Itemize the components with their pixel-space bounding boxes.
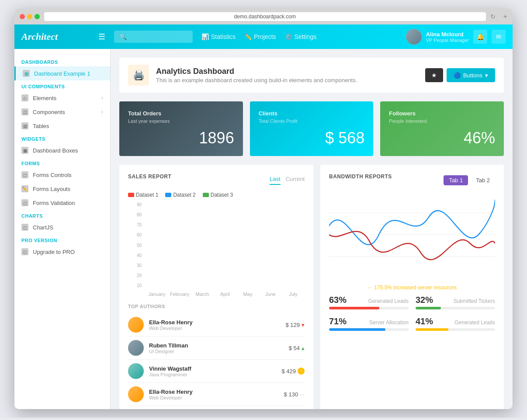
author-avatar-3 (128, 363, 144, 379)
user-name: Alina Mclourd (426, 31, 469, 38)
search-input[interactable] (114, 31, 193, 43)
legend-dataset2: Dataset 2 (165, 192, 195, 198)
sidebar-item-chartjs[interactable]: ◻ ChartJS (14, 220, 110, 234)
legend-label-2: Dataset 2 (173, 192, 195, 198)
minimize-dot[interactable] (27, 14, 32, 19)
user-info: Alina Mclourd VP People Manager (426, 31, 469, 43)
widgets-icon: ▦ (21, 147, 28, 154)
metric-value-4: 41% (416, 316, 433, 326)
page-header-icon: 🖨️ (128, 65, 149, 86)
sidebar-label-components: Components (33, 109, 97, 115)
nav-item-settings[interactable]: ⚙️ Settings (285, 33, 317, 40)
metric-value-3: 71% (329, 316, 347, 326)
sales-report-card: SALES REPORT Last Current Dataset 1 (119, 165, 313, 409)
brand-logo: Architect (21, 31, 91, 42)
forms-controls-icon: ◻ (21, 171, 28, 178)
legend-dot-1 (128, 193, 134, 197)
top-navbar: Architect ☰ 📊 Statistics ✏️ Projects ⚙️ … (14, 24, 513, 49)
browser-window: demo.dashboardpack.com ↻ + Architect ☰ 📊… (14, 9, 513, 409)
sidebar-item-forms-validation[interactable]: ◻ Forms Validation (14, 196, 110, 210)
arrow-icon-2: › (101, 109, 103, 115)
author-role-3: Java Programmer (149, 372, 276, 377)
stat-card-orders-sublabel: Last year expenses (128, 118, 234, 124)
close-dot[interactable] (20, 14, 25, 19)
mail-button[interactable]: ✉ (492, 30, 506, 44)
address-bar[interactable]: demo.dashboardpack.com (44, 12, 486, 21)
buttons-icon: 🔵 (454, 72, 461, 79)
metric-bar-1 (329, 307, 409, 309)
amount-value-3: $ 429 (281, 368, 296, 375)
metric-label-2: Submitted Tickers (454, 298, 495, 304)
metrics-grid: 63% Generated Leads 32% Submi (329, 295, 495, 331)
legend-label-3: Dataset 3 (211, 192, 233, 198)
bandwidth-report-card: BANDWIDTH REPORTS Tab 1 Tab 2 (320, 165, 504, 409)
author-amount-1: $ 129 ▾ (285, 322, 305, 328)
bw-tab-1[interactable]: Tab 1 (444, 175, 468, 185)
metric-fill-1 (329, 307, 379, 309)
sidebar-item-elements[interactable]: ◇ Elements › (14, 91, 110, 105)
statistics-icon: 📊 (201, 33, 209, 40)
tab-current[interactable]: Current (286, 176, 305, 185)
x-label-mar: March (191, 292, 214, 297)
x-label-feb: February (168, 292, 191, 297)
x-label-may: May (236, 292, 259, 297)
more-icon: ··· (300, 391, 305, 398)
author-info-3: Vinnie Wagstaff Java Programmer (149, 365, 276, 377)
author-name-2: Ruben Tillman (149, 342, 284, 349)
author-info-1: Ella-Rose Henry Web Developer (149, 319, 280, 331)
star-button[interactable]: ★ (425, 68, 443, 82)
tables-icon: ▤ (21, 122, 28, 129)
new-tab-icon[interactable]: + (503, 13, 507, 21)
page-header-actions: ★ 🔵 Buttons ▾ (425, 68, 495, 82)
sidebar-section-ui-components: UI COMPONENTS (14, 80, 110, 91)
sidebar-item-components[interactable]: ◫ Components › (14, 105, 110, 119)
components-icon: ◫ (21, 108, 28, 115)
avatar (406, 29, 422, 45)
metric-fill-2 (416, 307, 441, 309)
sidebar-label-forms-controls: Forms Controls (33, 172, 103, 178)
chartjs-icon: ◻ (21, 224, 28, 231)
hamburger-icon[interactable]: ☰ (98, 32, 105, 42)
projects-icon: ✏️ (244, 33, 252, 40)
author-item-1: Ella-Rose Henry Web Developer $ 129 ▾ (128, 313, 305, 337)
dashboard-icon: ▦ (23, 70, 30, 77)
refresh-icon[interactable]: ↻ (490, 13, 496, 20)
legend-dataset3: Dataset 3 (203, 192, 233, 198)
trend-up-icon: ▴ (302, 345, 305, 351)
sidebar-section-pro: PRO VERSION (14, 234, 110, 245)
x-labels: January February March April May June Ju… (128, 292, 305, 297)
page-header-text: Analytics Dashboard This is an example d… (156, 67, 357, 83)
bar-chart-wrapper: 90 80 70 60 50 40 30 20 10 (128, 202, 305, 297)
bw-tab-2[interactable]: Tab 2 (471, 175, 495, 185)
maximize-dot[interactable] (35, 14, 40, 19)
sidebar-section-charts: CHARTS (14, 210, 110, 220)
sidebar-item-tables[interactable]: ▤ Tables (14, 119, 110, 133)
sidebar-label-forms-layouts: Forms Layouts (33, 186, 103, 192)
notification-button[interactable]: 🔔 (473, 30, 487, 44)
legend-label-1: Dataset 1 (136, 192, 158, 198)
stat-card-followers-label: Followers (389, 110, 495, 117)
elements-icon: ◇ (21, 94, 28, 101)
buttons-button[interactable]: 🔵 Buttons ▾ (447, 68, 495, 82)
forms-layouts-icon: ✏️ (21, 185, 28, 192)
author-amount-3: $ 429 ! (281, 368, 305, 375)
sidebar-section-dashboards: DASHBOARDS (14, 56, 110, 66)
sidebar-item-forms-controls[interactable]: ◻ Forms Controls (14, 168, 110, 182)
app-wrapper: Architect ☰ 📊 Statistics ✏️ Projects ⚙️ … (14, 24, 513, 409)
sidebar-label-upgrade: Upgrade to PRO (33, 249, 103, 255)
author-name-1: Ella-Rose Henry (149, 319, 280, 326)
tab-last[interactable]: Last (270, 176, 281, 185)
sidebar-item-dashboard-boxes[interactable]: ▦ Dashboard Boxes (14, 143, 110, 157)
sidebar-label-dashboard1: Dashboard Example 1 (34, 70, 103, 77)
avatar-image (406, 29, 422, 45)
author-item-3: Vinnie Wagstaff Java Programmer $ 429 ! (128, 360, 305, 383)
sidebar-item-forms-layouts[interactable]: ✏️ Forms Layouts (14, 182, 110, 196)
browser-titlebar: demo.dashboardpack.com ↻ + (14, 9, 513, 24)
metric-value-1: 63% (329, 295, 347, 305)
nav-item-statistics[interactable]: 📊 Statistics (201, 33, 236, 40)
author-avatar-2 (128, 340, 144, 356)
nav-item-projects[interactable]: ✏️ Projects (244, 33, 276, 40)
sidebar-item-dashboard-example-1[interactable]: ▦ Dashboard Example 1 (14, 66, 110, 80)
sidebar-label-elements: Elements (33, 95, 97, 101)
sidebar-item-upgrade[interactable]: ◻ Upgrade to PRO (14, 245, 110, 259)
